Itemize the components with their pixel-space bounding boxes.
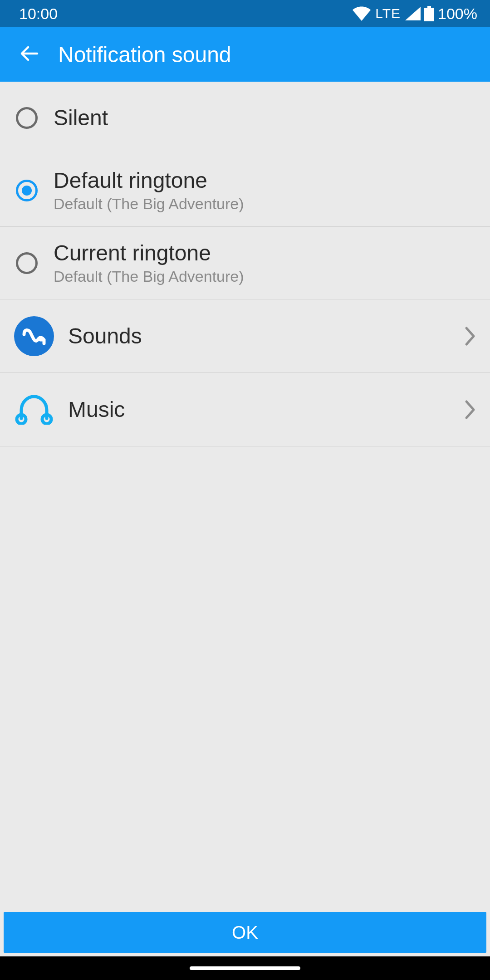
status-right: LTE 100% <box>353 5 477 23</box>
wifi-icon <box>353 6 371 21</box>
svg-rect-0 <box>427 6 431 8</box>
radio-icon <box>16 107 38 129</box>
option-current-ringtone[interactable]: Current ringtone Default (The Big Advent… <box>0 227 490 299</box>
ok-button[interactable]: OK <box>4 912 486 953</box>
bottom-bar: OK <box>0 908 490 956</box>
option-subtitle: Default (The Big Adventure) <box>54 268 479 285</box>
system-nav-bar <box>0 956 490 980</box>
nav-sounds[interactable]: Sounds <box>0 299 490 373</box>
page-title: Notification sound <box>58 42 231 67</box>
status-time: 10:00 <box>19 5 58 23</box>
headphones-icon <box>15 393 53 426</box>
radio-icon <box>16 180 38 201</box>
nav-label: Music <box>68 397 461 422</box>
radio-icon <box>16 252 38 274</box>
back-button[interactable] <box>13 38 45 71</box>
cellular-icon <box>405 7 421 20</box>
arrow-left-icon <box>18 43 40 66</box>
sounds-icon <box>14 316 54 356</box>
svg-rect-1 <box>424 8 434 21</box>
options-list: Silent Default ringtone Default (The Big… <box>0 82 490 908</box>
home-handle[interactable] <box>190 966 300 970</box>
app-bar: Notification sound <box>0 27 490 82</box>
battery-percent: 100% <box>438 5 477 23</box>
ok-label: OK <box>232 922 258 943</box>
option-default-ringtone[interactable]: Default ringtone Default (The Big Advent… <box>0 154 490 227</box>
network-label: LTE <box>375 6 401 21</box>
chevron-right-icon <box>461 326 479 346</box>
option-silent[interactable]: Silent <box>0 82 490 154</box>
option-label: Current ringtone <box>54 240 479 265</box>
chevron-right-icon <box>461 400 479 420</box>
nav-music[interactable]: Music <box>0 373 490 446</box>
nav-label: Sounds <box>68 323 461 348</box>
status-bar: 10:00 LTE 100% <box>0 0 490 27</box>
option-label: Silent <box>54 105 479 130</box>
option-label: Default ringtone <box>54 168 479 193</box>
battery-icon <box>424 6 434 21</box>
option-subtitle: Default (The Big Adventure) <box>54 195 479 213</box>
